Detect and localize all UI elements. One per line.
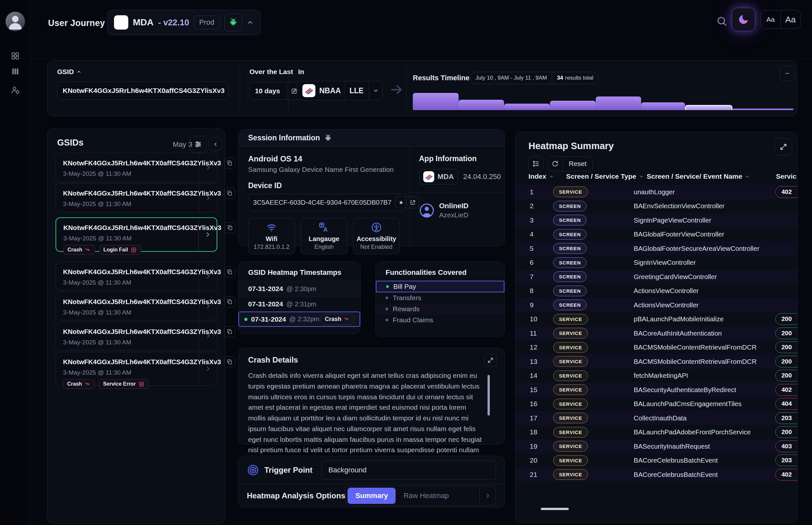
heatmap-row[interactable]: 16SERVICEBALaunchPadCmsEngagementTiles40… — [516, 397, 797, 411]
heatmap-row[interactable]: 13SERVICEBACMSMobileContentRetrievalFrom… — [516, 355, 797, 369]
heatmap-row[interactable]: 9SCREENActionsViewController — [516, 298, 797, 312]
heatmap-row[interactable]: 15SERVICEBASecurityAuthenticateByRedirec… — [516, 383, 797, 397]
device-id-field[interactable]: 3C5AEECF-603D-4C4E-9304-670E05DB07B7 ★ — [248, 194, 406, 211]
heatmap-row[interactable]: 14SERVICEfetchMarketingAPI200 — [516, 369, 797, 383]
copy-button[interactable] — [224, 356, 235, 368]
gsid-list-item[interactable]: KNotwFK4GGxJ5RrLh6w4KTX0affCS4G3ZYlisXv3… — [56, 262, 217, 290]
open-gsid-chevron[interactable] — [199, 153, 217, 182]
timeline-bar[interactable] — [685, 105, 733, 110]
column-header-index[interactable]: Index — [528, 172, 554, 180]
gsid-list-item[interactable]: KNotwFK4GGxJ5RrLh6w4KTX0affCS4G3ZYlisXv3… — [56, 183, 217, 212]
open-gsid-chevron[interactable] — [199, 322, 217, 350]
open-gsid-chevron[interactable] — [198, 218, 217, 251]
functionality-item[interactable]: Fraud Claims — [376, 314, 504, 326]
gsid-list-item[interactable]: KNotwFK4GGxJ5RrLh6w4KTX0affCS4G3ZYlisXv3… — [56, 217, 217, 252]
heatmap-row[interactable]: 7SCREENGreetingCardViewController — [516, 270, 797, 284]
font-large-button[interactable]: Aa — [781, 10, 801, 29]
copy-button[interactable] — [225, 222, 235, 233]
timeline-bar[interactable] — [596, 96, 642, 110]
heatmap-row[interactable]: 8SCREENActionsViewController — [516, 284, 797, 298]
columns-view-icon[interactable] — [0, 67, 30, 76]
summary-tab[interactable]: Summary — [348, 487, 396, 504]
online-id-value: AzexLieD — [439, 211, 469, 219]
chevron-up-icon[interactable] — [246, 19, 254, 26]
open-gsid-chevron[interactable] — [199, 262, 217, 290]
copy-button[interactable] — [224, 158, 235, 169]
sort-rows-button[interactable] — [528, 156, 543, 171]
heatmap-row[interactable]: 17SERVICECollectInauthData203 — [516, 411, 797, 425]
expand-icon[interactable] — [775, 138, 792, 155]
open-gsid-chevron[interactable] — [199, 352, 217, 385]
heatmap-row[interactable]: 21SERVICEBACoreCelebrusBatchEvent402 — [516, 467, 797, 482]
app-switcher[interactable]: MDA - v22.10 Prod — [107, 10, 260, 35]
gsid-list-item[interactable]: KNotwFK4GGxJ5RrLh6w4KTX0affCS4G3ZYlisXv3… — [56, 153, 217, 182]
dashboard-icon[interactable] — [0, 51, 30, 60]
over-last-input[interactable]: 10 days — [249, 82, 302, 100]
timestamp-row[interactable]: 07-31-2024@ 2:31pm — [239, 296, 360, 312]
expand-icon[interactable] — [484, 354, 496, 366]
column-header-name[interactable]: Screen / Service/ Event Name — [647, 172, 750, 180]
heatmap-row[interactable]: 5SCREENBAGlobalFooterSecureAreaViewContr… — [516, 241, 797, 256]
collapse-filter-button[interactable] — [780, 66, 795, 81]
chevron-right-icon — [204, 231, 212, 238]
functionality-item[interactable]: Rewards — [376, 303, 504, 314]
heatmap-row[interactable]: 4SCREENBAGlobalFooterViewController — [516, 227, 797, 242]
open-gsid-chevron[interactable] — [199, 183, 217, 212]
gsids-filter-button[interactable] — [190, 136, 206, 153]
copy-button[interactable] — [224, 188, 235, 199]
results-timeline-chart[interactable] — [413, 91, 794, 110]
heatmap-row[interactable]: 18SERVICEBALaunchPadAdobeFrontPorchServi… — [516, 425, 797, 439]
heatmap-row[interactable]: 2SCREENBAEnvSelectionViewController — [516, 199, 797, 213]
gsid-list-item[interactable]: KNotwFK4GGxJ5RrLh6w4KTX0affCS4G3ZYlisXv3… — [56, 321, 217, 350]
type-badge: SERVICE — [553, 384, 588, 395]
android-platform-button[interactable] — [225, 14, 242, 31]
heatmap-row[interactable]: 6SCREENSignInViewController — [516, 256, 797, 270]
timeline-bar[interactable] — [413, 93, 459, 110]
heatmap-row[interactable]: 10SERVICEpBALaunchPadMobileInitialize200 — [516, 312, 797, 327]
column-header-service[interactable]: Servic — [776, 172, 796, 180]
reset-button[interactable]: Reset — [547, 156, 593, 171]
timeline-bar[interactable] — [641, 102, 685, 110]
open-gsid-chevron[interactable] — [199, 292, 217, 320]
raw-heatmap-tab[interactable]: Raw Heatmap — [403, 492, 448, 500]
theme-toggle-button[interactable] — [732, 8, 755, 31]
scrollbar-thumb[interactable] — [488, 375, 490, 416]
timestamp-row[interactable]: 07-31-2024@ 2:32pmCrash — [239, 312, 360, 327]
font-small-button[interactable]: Aa — [761, 10, 781, 29]
copy-button[interactable] — [224, 266, 235, 278]
timeline-bar[interactable] — [550, 101, 596, 110]
gsid-badge: Crash — [63, 379, 95, 389]
profile-settings-icon[interactable] — [0, 85, 30, 95]
gsid-list-item[interactable]: KNotwFK4GGxJ5RrLh6w4KTX0affCS4G3ZYlisXv3… — [56, 352, 217, 386]
heatmap-row[interactable]: 3SCREENSignInPageViewController — [516, 213, 797, 227]
heatmap-row[interactable]: 20SERVICEBACoreCelebrusBatchEvent203 — [516, 453, 797, 468]
timeline-bar[interactable] — [732, 108, 794, 110]
row-event-name: SignInPageViewController — [634, 216, 797, 224]
functionality-item[interactable]: Bill Pay — [376, 281, 504, 292]
column-header-type[interactable]: Screen / Service Type — [566, 172, 644, 180]
env-region-dropdown[interactable]: LLE — [344, 81, 383, 100]
status-code-badge: 200 — [775, 313, 798, 325]
gsid-list-item[interactable]: KNotwFK4GGxJ5RrLh6w4KTX0affCS4G3ZYlisXv3… — [56, 292, 217, 320]
heatmap-row[interactable]: 1SERVICEunauthLogger402 — [516, 185, 797, 199]
timestamp-row[interactable]: 07-31-2024@ 2:30pm — [239, 281, 360, 296]
heatmap-row[interactable]: 11SERVICEBACoreAuthInitAuthentication200 — [516, 326, 797, 341]
gsids-collapse-button[interactable] — [209, 137, 223, 151]
search-icon[interactable] — [716, 16, 727, 27]
chevron-down-icon[interactable] — [369, 81, 382, 100]
user-avatar[interactable] — [5, 12, 25, 31]
copy-icon — [226, 269, 233, 275]
star-icon[interactable]: ★ — [396, 199, 406, 206]
heatmap-row[interactable]: 19SERVICEBASecurityInauthRequest403 — [516, 439, 797, 453]
functionality-item[interactable]: Transfers — [376, 292, 504, 303]
copy-button[interactable] — [224, 296, 235, 308]
gsid-input[interactable]: KNotwFK4GGxJ5RrLh6w4KTX0affCS4G3ZYlisXv3 — [57, 81, 229, 100]
chevron-right-icon[interactable] — [479, 488, 496, 504]
timeline-bar[interactable] — [459, 100, 504, 110]
timeline-bar[interactable] — [504, 104, 550, 110]
copy-button[interactable] — [224, 326, 235, 337]
horizontal-scrollbar-thumb[interactable] — [541, 508, 569, 510]
trigger-point-input[interactable]: Background — [322, 461, 496, 480]
run-search-arrow-button[interactable] — [389, 82, 404, 97]
heatmap-row[interactable]: 12SERVICEBACMSMobileContentRetrievalFrom… — [516, 341, 797, 355]
